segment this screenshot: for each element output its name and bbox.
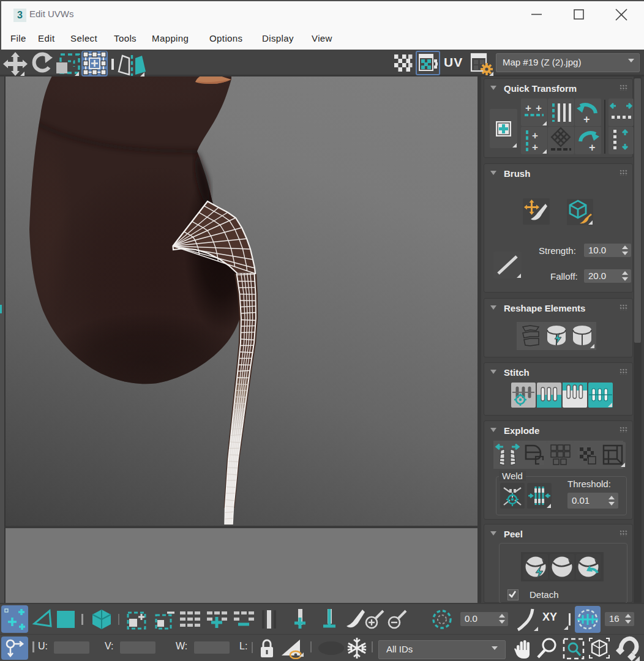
svg-text:+: + bbox=[525, 102, 531, 114]
svg-text:+: + bbox=[532, 130, 538, 141]
svg-text:+: + bbox=[583, 113, 590, 125]
svg-text:+: + bbox=[536, 102, 542, 114]
svg-text:+: + bbox=[589, 141, 596, 154]
svg-text:+: + bbox=[532, 141, 538, 153]
